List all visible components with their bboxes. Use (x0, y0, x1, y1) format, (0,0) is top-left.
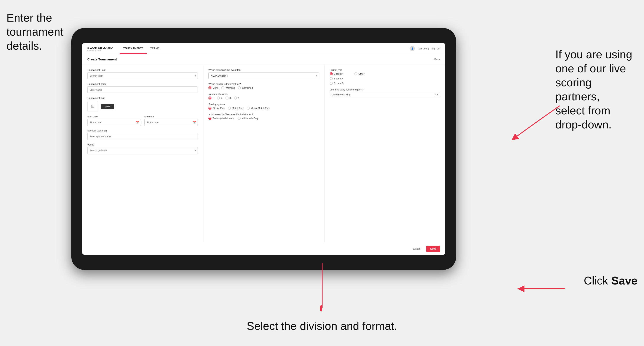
scoring-stroke-radio[interactable] (208, 107, 212, 110)
venue-dropdown-icon: ▾ (195, 149, 196, 152)
event-teams[interactable]: Teams (+Individuals) (208, 117, 234, 120)
start-date-input[interactable] (87, 119, 141, 126)
sponsor-input[interactable] (87, 133, 198, 140)
round-4[interactable]: 4 (234, 96, 239, 100)
round-2[interactable]: 2 (217, 96, 222, 100)
division-select[interactable]: NCAA Division I (208, 72, 319, 79)
start-date-calendar-icon: 📅 (136, 121, 139, 124)
round-4-radio[interactable] (234, 96, 237, 100)
host-label: Tournament Host (87, 69, 198, 71)
logo-group: Tournament logo 🖼 Upload (87, 97, 198, 112)
round-1[interactable]: 1 (208, 96, 214, 100)
format-6count5[interactable]: 6 count 5 (330, 82, 440, 85)
venue-input[interactable] (87, 147, 198, 154)
date-group: Start date 📅 End date 📅 (87, 115, 198, 126)
tablet-screen: SCOREBOARD Powered by clippi TOURNAMENTS… (82, 43, 445, 255)
round-1-radio[interactable] (208, 96, 212, 100)
event-type-group: Is this event for Teams and/or Individua… (208, 113, 319, 120)
user-avatar: 👤 (410, 46, 415, 51)
format-6count5-label: 6 count 5 (334, 82, 344, 85)
format-6count5-radio[interactable] (330, 82, 333, 85)
tournament-name-label: Tournament name (87, 83, 198, 85)
format-type-label: Format type (330, 69, 440, 71)
gender-womens-label: Womens (226, 87, 235, 89)
event-teams-label: Teams (+Individuals) (212, 117, 234, 120)
gender-womens[interactable]: Womens (221, 86, 235, 89)
format-6count4[interactable]: 6 count 4 (330, 77, 440, 80)
start-date-group: Start date 📅 (87, 115, 141, 126)
gender-combined[interactable]: Combined (238, 86, 253, 89)
form-col-left: Tournament Host ▾ Tournament name Tourna… (82, 64, 203, 243)
end-date-input[interactable] (144, 119, 198, 126)
form-col-middle: Which division is the event for? NCAA Di… (203, 64, 324, 243)
annotation-bottomright: Click Save (584, 274, 638, 288)
format-5count4-label: 5 count 4 (334, 73, 344, 75)
format-6count4-radio[interactable] (330, 77, 333, 80)
event-type-label: Is this event for Teams and/or Individua… (208, 113, 319, 116)
form-col-right: Format type 5 count 4 Other (324, 64, 445, 243)
rounds-radio-group: 1 2 3 4 (208, 96, 319, 100)
end-date-group: End date 📅 (144, 115, 198, 126)
host-input[interactable] (87, 72, 198, 79)
event-teams-radio[interactable] (208, 117, 212, 120)
scoring-match-label: Match Play (232, 107, 244, 109)
scoring-group: Scoring system Stroke Play Match Play (208, 103, 319, 110)
arrow-topright (508, 104, 564, 143)
upload-button[interactable]: Upload (101, 104, 114, 109)
gender-mens[interactable]: Mens (208, 86, 218, 89)
venue-label: Venue (87, 143, 198, 146)
scoring-match[interactable]: Match Play (228, 107, 244, 110)
gender-mens-radio[interactable] (208, 86, 212, 89)
form-footer: Cancel Save (82, 243, 445, 255)
tab-teams[interactable]: TEAMS (147, 43, 163, 54)
cancel-button[interactable]: Cancel (410, 246, 424, 252)
round-2-radio[interactable] (217, 96, 220, 100)
user-label: Test User | (418, 47, 429, 50)
navbar-brand: SCOREBOARD Powered by clippi (87, 46, 113, 51)
scoring-match-radio[interactable] (228, 107, 231, 110)
round-3-radio[interactable] (226, 96, 228, 100)
format-type-group: Format type 5 count 4 Other (330, 69, 440, 85)
tab-tournaments[interactable]: TOURNAMENTS (120, 43, 147, 54)
annotation-bottom: Select the division and format. (247, 319, 397, 333)
gender-radio-group: Mens Womens Combined (208, 86, 319, 89)
scoring-radio-group: Stroke Play Match Play Medal Match Play (208, 107, 319, 110)
event-individuals-label: Individuals Only (242, 117, 258, 120)
annotation-topleft: Enter the tournament details. (6, 11, 76, 53)
gender-combined-radio[interactable] (238, 86, 241, 89)
round-2-label: 2 (221, 97, 222, 99)
format-other-radio[interactable] (354, 72, 357, 75)
event-individuals[interactable]: Individuals Only (238, 117, 258, 120)
round-3-label: 3 (230, 97, 231, 99)
brand-title: SCOREBOARD (87, 46, 113, 49)
end-date-label: End date (144, 115, 198, 118)
round-1-label: 1 (212, 97, 214, 99)
click-save-prefix: Click (584, 274, 611, 287)
live-scoring-remove-icon[interactable]: ✕ ▾ (434, 93, 438, 96)
format-5count4[interactable]: 5 count 4 (330, 72, 344, 75)
format-options: 5 count 4 Other 6 count 4 (330, 72, 440, 85)
venue-group: Venue ▾ (87, 143, 198, 154)
round-3[interactable]: 3 (226, 96, 231, 100)
gender-mens-label: Mens (212, 87, 218, 89)
event-individuals-radio[interactable] (238, 117, 240, 120)
live-scoring-tag: Leaderboard King ✕ ▾ (330, 92, 440, 97)
scoring-medal-radio[interactable] (247, 107, 250, 110)
scoring-stroke[interactable]: Stroke Play (208, 107, 224, 110)
round-4-label: 4 (238, 97, 239, 99)
scoring-medal[interactable]: Medal Match Play (247, 107, 270, 110)
form-body: Tournament Host ▾ Tournament name Tourna… (82, 64, 445, 243)
live-scoring-label: Use third-party live scoring API? (330, 88, 440, 91)
brand-sub: Powered by clippi (87, 49, 113, 51)
format-other[interactable]: Other (354, 72, 364, 75)
back-button[interactable]: ‹ Back (433, 58, 440, 61)
signout-link[interactable]: Sign out (432, 47, 440, 50)
save-button[interactable]: Save (426, 246, 440, 252)
scoring-label: Scoring system (208, 103, 319, 106)
gender-womens-radio[interactable] (221, 86, 224, 89)
tournament-name-input[interactable] (87, 86, 198, 93)
scoring-medal-label: Medal Match Play (251, 107, 270, 109)
format-5count4-radio[interactable] (330, 72, 333, 75)
navbar-tabs: TOURNAMENTS TEAMS (120, 43, 163, 54)
sponsor-group: Sponsor (optional) (87, 129, 198, 140)
